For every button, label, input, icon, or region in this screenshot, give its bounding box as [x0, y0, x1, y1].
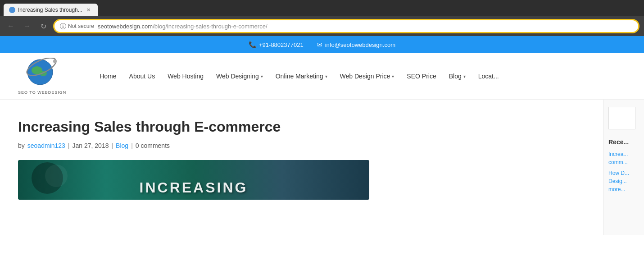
tab-bar: Increasing Sales through... ✕ — [0, 0, 644, 16]
sidebar-recent-title: Rece... — [608, 138, 639, 146]
tab-favicon — [9, 7, 15, 13]
forward-button[interactable]: → — [21, 20, 33, 32]
url-path: /blog/increasing-sales-through-e-commerc… — [153, 23, 267, 30]
not-secure-indicator: ℹ Not secure — [60, 23, 94, 29]
article-meta: by seoadmin123 | Jan 27, 2018 | Blog | 0… — [18, 142, 522, 149]
phone-number: +91-8802377021 — [259, 41, 304, 48]
meta-date: Jan 27, 2018 — [73, 142, 109, 149]
content-area: Increasing Sales through E-commerce by s… — [0, 100, 603, 235]
meta-author[interactable]: seoadmin123 — [27, 142, 65, 149]
nav-item-blog[interactable]: Blog ▾ — [443, 69, 472, 83]
url-domain: seotowebdesign.com — [98, 23, 153, 30]
chevron-down-icon: ▾ — [392, 74, 394, 79]
chevron-down-icon: ▾ — [463, 74, 466, 79]
nav-item-design-price[interactable]: Web Design Price ▾ — [334, 69, 401, 83]
email-icon: ✉ — [317, 41, 322, 48]
sidebar-widget — [608, 107, 635, 129]
nav-menu: Home About Us Web Hosting Web Designing … — [93, 69, 626, 83]
meta-sep-1: | — [68, 142, 70, 149]
svg-point-7 — [53, 60, 57, 63]
meta-by: by — [18, 142, 25, 149]
chevron-down-icon: ▾ — [261, 74, 263, 79]
url-text: seotowebdesign.com/blog/increasing-sales… — [98, 23, 633, 30]
site-navigation: SEO TO WEBDESIGN Home About Us Web Hosti… — [0, 53, 644, 100]
phone-icon: 📞 — [249, 41, 256, 48]
nav-item-home[interactable]: Home — [93, 69, 122, 83]
browser-toolbar: ← → ↻ ℹ Not secure seotowebdesign.com/bl… — [0, 16, 644, 36]
browser-chrome: Increasing Sales through... ✕ ← → ↻ ℹ No… — [0, 0, 644, 36]
image-overlay-text: INCREASING — [140, 179, 248, 196]
nav-item-seo-price[interactable]: SEO Price — [400, 69, 442, 83]
meta-sep-2: | — [111, 142, 113, 149]
nav-item-about[interactable]: About Us — [123, 69, 162, 83]
page-layout: Increasing Sales through E-commerce by s… — [0, 100, 644, 235]
top-info-bar: 📞 +91-8802377021 ✉ info@seotowebdesign.c… — [0, 36, 644, 53]
active-tab[interactable]: Increasing Sales through... ✕ — [4, 4, 98, 16]
meta-category[interactable]: Blog — [116, 142, 128, 149]
security-icon: ℹ — [60, 23, 66, 29]
nav-item-hosting[interactable]: Web Hosting — [161, 69, 210, 83]
meta-sep-3: | — [131, 142, 133, 149]
address-bar-wrapper: ℹ Not secure seotowebdesign.com/blog/inc… — [53, 19, 639, 33]
logo-text: SEO TO WEBDESIGN — [18, 90, 66, 95]
sidebar-recent-link-1[interactable]: Increa... comm... — [608, 150, 639, 166]
email-info: ✉ info@seotowebdesign.com — [317, 41, 395, 48]
nav-item-designing[interactable]: Web Designing ▾ — [210, 69, 269, 83]
back-button[interactable]: ← — [5, 20, 17, 32]
logo-image — [24, 58, 60, 89]
email-address: info@seotowebdesign.com — [325, 41, 395, 48]
address-bar[interactable]: ℹ Not secure seotowebdesign.com/blog/inc… — [53, 19, 639, 33]
sidebar-recent-link-2[interactable]: How D... Desig... more... — [608, 169, 639, 193]
main-content: Increasing Sales through E-commerce by s… — [0, 100, 540, 209]
reload-button[interactable]: ↻ — [37, 20, 50, 32]
chevron-down-icon: ▾ — [325, 74, 327, 79]
tab-title: Increasing Sales through... — [18, 7, 82, 13]
site-logo[interactable]: SEO TO WEBDESIGN — [18, 58, 66, 95]
nav-item-marketing[interactable]: Online Marketing ▾ — [269, 69, 334, 83]
nav-item-location[interactable]: Locat... — [472, 69, 505, 83]
right-sidebar: Rece... Increa... comm... How D... Desig… — [603, 100, 644, 235]
orange-arrow-annotation — [639, 13, 644, 40]
meta-comments: 0 comments — [136, 142, 170, 149]
tab-close-button[interactable]: ✕ — [85, 6, 92, 14]
phone-info: 📞 +91-8802377021 — [249, 41, 304, 48]
article-featured-image: INCREASING — [18, 160, 369, 200]
article-title: Increasing Sales through E-commerce — [18, 118, 522, 137]
